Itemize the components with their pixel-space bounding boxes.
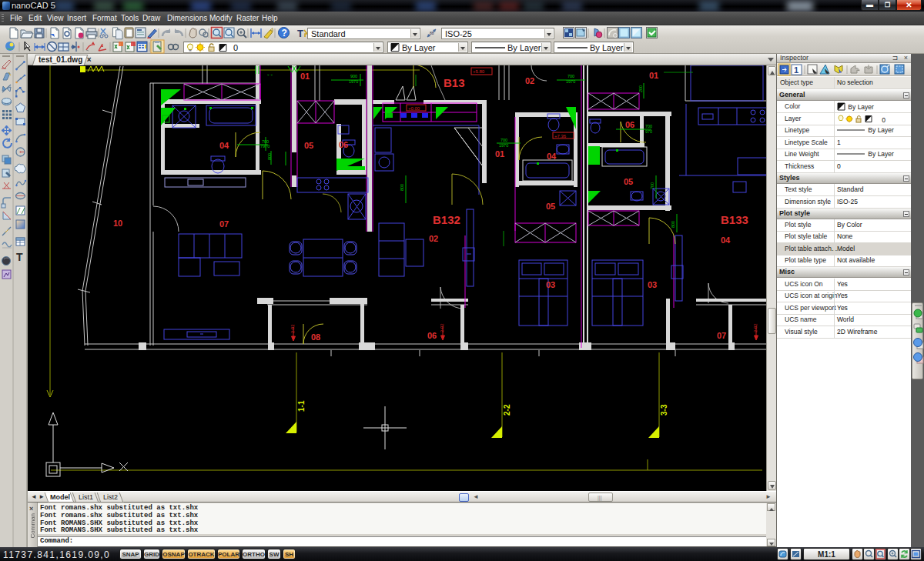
svg-text:07: 07 bbox=[717, 331, 726, 340]
svg-text:2-2: 2-2 bbox=[503, 404, 511, 416]
svg-text:+0.00: +0.00 bbox=[408, 106, 420, 111]
svg-text:B133: B133 bbox=[721, 213, 748, 226]
svg-text:01: 01 bbox=[649, 71, 658, 80]
svg-text:700: 700 bbox=[650, 182, 654, 189]
svg-text:06: 06 bbox=[427, 331, 437, 340]
svg-text:07: 07 bbox=[219, 219, 229, 229]
svg-text:02: 02 bbox=[525, 76, 534, 85]
svg-text:05: 05 bbox=[546, 202, 555, 211]
svg-text:T: T bbox=[297, 28, 303, 39]
svg-text:2.02: 2.02 bbox=[290, 324, 295, 333]
svg-text:700: 700 bbox=[500, 138, 507, 142]
svg-text:970: 970 bbox=[645, 129, 652, 134]
svg-text:06: 06 bbox=[625, 120, 634, 129]
svg-text:03: 03 bbox=[546, 280, 555, 289]
svg-text:2.02: 2.02 bbox=[440, 323, 444, 332]
svg-text:1970: 1970 bbox=[499, 143, 508, 148]
svg-text:08: 08 bbox=[311, 332, 320, 342]
svg-text:900: 900 bbox=[350, 74, 357, 78]
svg-text:B13: B13 bbox=[444, 76, 465, 89]
svg-text:3-3: 3-3 bbox=[660, 404, 668, 416]
svg-text:03: 03 bbox=[648, 280, 657, 289]
svg-text:800: 800 bbox=[400, 184, 404, 191]
svg-text:02: 02 bbox=[429, 234, 438, 243]
svg-text:1970: 1970 bbox=[566, 79, 575, 84]
svg-text:05: 05 bbox=[624, 177, 633, 186]
svg-text:B132: B132 bbox=[433, 213, 460, 226]
svg-text:10: 10 bbox=[113, 219, 122, 228]
svg-text:700: 700 bbox=[645, 124, 652, 129]
svg-text:?: ? bbox=[282, 28, 287, 38]
svg-text:1-1: 1-1 bbox=[297, 400, 306, 412]
svg-text:200: 200 bbox=[638, 85, 643, 92]
svg-text:7970: 7970 bbox=[260, 144, 270, 149]
svg-text:06: 06 bbox=[339, 140, 348, 149]
svg-text:800: 800 bbox=[671, 221, 675, 228]
svg-text:04: 04 bbox=[219, 141, 229, 150]
svg-text:⌄⌄: ⌄⌄ bbox=[266, 72, 273, 76]
svg-text:04: 04 bbox=[547, 152, 557, 161]
svg-text:88: 88 bbox=[430, 31, 434, 35]
svg-text:01: 01 bbox=[495, 149, 504, 159]
svg-text:800: 800 bbox=[267, 153, 272, 160]
svg-text:04: 04 bbox=[721, 235, 731, 245]
svg-text:2.02: 2.02 bbox=[753, 323, 758, 332]
svg-text:T: T bbox=[16, 251, 23, 263]
svg-text:+7.36: +7.36 bbox=[554, 134, 567, 139]
svg-text:1970: 1970 bbox=[349, 79, 358, 84]
svg-text:01: 01 bbox=[300, 72, 310, 81]
svg-text:05: 05 bbox=[304, 141, 313, 150]
svg-text:+5.80: +5.80 bbox=[473, 69, 485, 74]
svg-text:700: 700 bbox=[567, 74, 574, 78]
svg-text:1: 1 bbox=[794, 65, 798, 75]
